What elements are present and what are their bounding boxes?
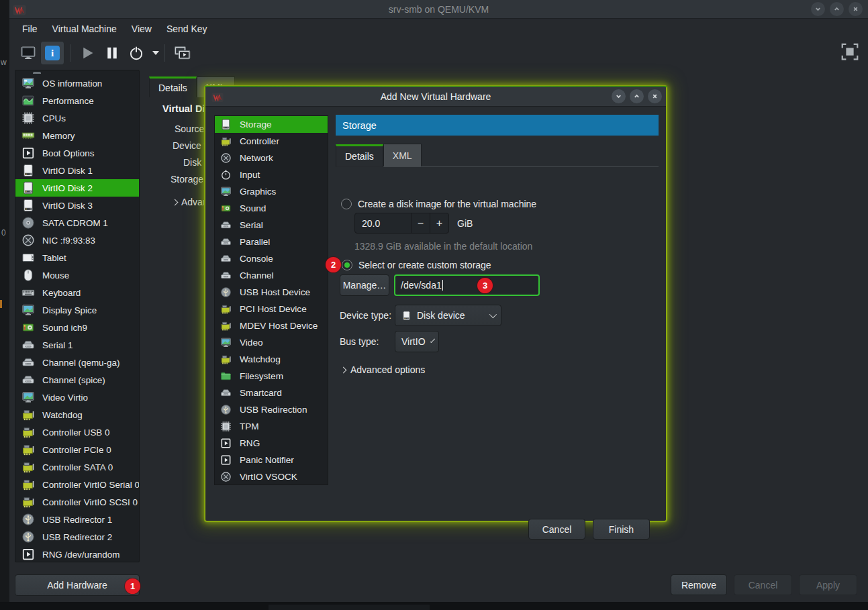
category-item-graphics[interactable]: Graphics <box>215 183 328 200</box>
panel-header: Storage <box>336 115 659 136</box>
category-item-label: Channel <box>240 270 274 281</box>
titlebar[interactable]: srv-smb on QEMU/KVM <box>9 0 868 19</box>
tab-details[interactable]: Details <box>149 77 197 97</box>
minimize-button[interactable] <box>811 2 825 16</box>
category-item-virtio-vsock[interactable]: VirtIO VSOCK <box>215 468 328 485</box>
category-item-video[interactable]: Video <box>215 334 328 351</box>
hardware-item-controller-usb-0[interactable]: Controller USB 0 <box>15 423 139 441</box>
close-button[interactable] <box>849 2 863 16</box>
storage-path-input[interactable]: /dev/sda1 3 <box>394 274 540 296</box>
create-disk-radio[interactable] <box>341 199 352 209</box>
device-type-select[interactable]: Disk device <box>395 305 501 326</box>
hardware-item-usb-redirector-1[interactable]: USB Redirector 1 <box>15 511 139 528</box>
category-item-usb-redirection[interactable]: USB Redirection <box>215 401 328 418</box>
category-item-rng[interactable]: RNG <box>215 435 328 452</box>
shutdown-button[interactable] <box>124 41 148 65</box>
category-item-controller[interactable]: Controller <box>215 133 328 150</box>
caret-down-icon[interactable] <box>152 51 159 55</box>
category-item-sound[interactable]: Sound <box>215 200 328 217</box>
category-item-serial[interactable]: Serial <box>215 217 328 234</box>
serial-icon <box>220 387 232 399</box>
menu-send-key[interactable]: Send Key <box>159 21 215 37</box>
window-title: srv-smb on QEMU/KVM <box>9 4 868 15</box>
hardware-item-sata-cdrom-1[interactable]: SATA CDROM 1 <box>15 214 139 232</box>
hardware-item-channel-spice-[interactable]: Channel (spice) <box>15 371 139 389</box>
hardware-item-label: CPUs <box>42 113 66 123</box>
hardware-item-virtio-disk-3[interactable]: VirtIO Disk 3 <box>15 197 139 214</box>
hardware-item-controller-virtio-scsi-0[interactable]: Controller VirtIO SCSI 0 <box>15 493 139 511</box>
category-item-storage[interactable]: Storage <box>215 116 328 133</box>
hardware-item-performance[interactable]: Performance <box>15 92 139 109</box>
dialog-titlebar[interactable]: Add New Virtual Hardware <box>205 87 666 107</box>
hardware-item-cpus[interactable]: CPUs <box>15 109 139 127</box>
category-item-smartcard[interactable]: Smartcard <box>215 385 328 401</box>
category-item-console[interactable]: Console <box>215 250 328 267</box>
details-button[interactable]: i <box>40 41 64 65</box>
disk-size-value[interactable]: 20.0 <box>355 218 411 229</box>
play-button[interactable] <box>76 41 100 65</box>
hardware-item-rng-dev-urandom[interactable]: RNG /dev/urandom <box>15 546 139 562</box>
menu-file[interactable]: File <box>15 21 45 37</box>
hardware-item-nic-f9-93-83[interactable]: NIC :f9:93:83 <box>15 232 139 249</box>
screenshot-button[interactable] <box>171 41 195 65</box>
cancel-button[interactable]: Cancel <box>734 574 792 595</box>
hardware-item-virtio-disk-2[interactable]: VirtIO Disk 2 <box>15 179 139 197</box>
hardware-item-watchdog[interactable]: Watchdog <box>15 406 139 423</box>
dialog-minimize-button[interactable] <box>612 89 626 103</box>
dialog-close-button[interactable] <box>648 89 662 103</box>
hardware-item-sound-ich9[interactable]: Sound ich9 <box>15 319 139 336</box>
category-item-watchdog[interactable]: Watchdog <box>215 351 328 368</box>
increase-icon[interactable]: + <box>430 213 448 233</box>
fullscreen-icon[interactable] <box>840 42 860 62</box>
dialog-cancel-button[interactable]: Cancel <box>528 519 585 540</box>
category-item-network[interactable]: Network <box>215 150 328 166</box>
decrease-icon[interactable]: − <box>411 213 430 233</box>
category-item-panic-notifier[interactable]: Panic Notifier <box>215 452 328 468</box>
custom-storage-radio[interactable] <box>342 260 352 270</box>
apply-button[interactable]: Apply <box>799 574 857 595</box>
hardware-item-keyboard[interactable]: Keyboard <box>15 284 139 301</box>
menu-view[interactable]: View <box>124 21 159 37</box>
hardware-item-tablet[interactable]: Tablet <box>15 249 139 266</box>
remove-button[interactable]: Remove <box>671 574 727 595</box>
hardware-item-usb-redirector-2[interactable]: USB Redirector 2 <box>15 528 139 546</box>
category-item-mdev-host-device[interactable]: MDEV Host Device <box>215 317 328 334</box>
hardware-item-boot-options[interactable]: Boot Options <box>15 144 139 162</box>
hardware-item-virtio-disk-1[interactable]: VirtIO Disk 1 <box>15 162 139 179</box>
manage-button[interactable]: Manage… <box>340 274 389 296</box>
hardware-item-memory[interactable]: Memory <box>15 127 139 144</box>
dialog-tab-xml[interactable]: XML <box>383 144 422 166</box>
disk-size-spinner[interactable]: 20.0 − + <box>354 213 449 234</box>
maximize-button[interactable] <box>830 2 844 16</box>
dialog-tab-details[interactable]: Details <box>336 144 383 167</box>
custom-storage-label: Select or create custom storage <box>358 260 491 270</box>
add-hardware-button[interactable]: Add Hardware 1 <box>15 574 140 596</box>
pause-button[interactable] <box>100 41 124 65</box>
category-item-input[interactable]: Input <box>215 166 328 183</box>
hardware-item-mouse[interactable]: Mouse <box>15 266 139 284</box>
category-item-tpm[interactable]: TPM <box>215 418 328 435</box>
category-item-usb-host-device[interactable]: USB Host Device <box>215 284 328 301</box>
console-button[interactable] <box>16 41 40 65</box>
dialog-finish-button[interactable]: Finish <box>593 519 650 540</box>
serial-icon <box>220 219 232 231</box>
bus-type-select[interactable]: VirtIO <box>395 331 439 352</box>
hardware-item-os-information[interactable]: OS information <box>15 74 139 92</box>
hardware-item-controller-sata-0[interactable]: Controller SATA 0 <box>15 458 139 476</box>
vmm-logo-icon <box>12 3 27 16</box>
dialog-maximize-button[interactable] <box>630 89 644 103</box>
category-item-pci-host-device[interactable]: PCI Host Device <box>215 301 328 317</box>
hardware-item-serial-1[interactable]: Serial 1 <box>15 336 139 354</box>
hardware-item-channel-qemu-ga-[interactable]: Channel (qemu-ga) <box>15 354 139 371</box>
advanced-options-expander[interactable]: Advanced options <box>341 364 425 375</box>
hardware-item-controller-virtio-serial-0[interactable]: Controller VirtIO Serial 0 <box>15 476 139 493</box>
controller-icon <box>21 460 35 474</box>
category-item-label: MDEV Host Device <box>240 321 318 331</box>
menu-virtual-machine[interactable]: Virtual Machine <box>45 21 124 37</box>
hardware-item-video-virtio[interactable]: Video Virtio <box>15 389 139 406</box>
category-item-channel[interactable]: Channel <box>215 267 328 284</box>
hardware-item-display-spice[interactable]: Display Spice <box>15 301 139 319</box>
category-item-parallel[interactable]: Parallel <box>215 234 328 250</box>
hardware-item-controller-pcie-0[interactable]: Controller PCIe 0 <box>15 441 139 458</box>
category-item-filesystem[interactable]: Filesystem <box>215 368 328 385</box>
